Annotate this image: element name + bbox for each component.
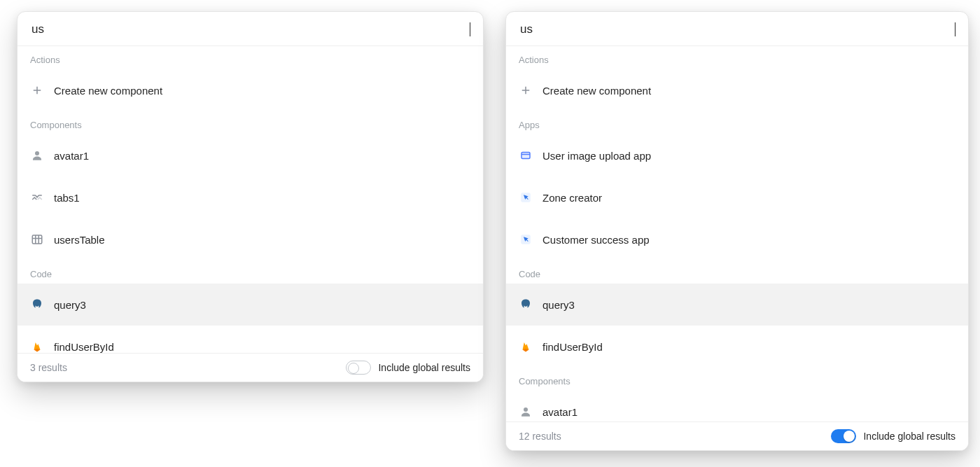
row-label: Create new component [542,85,651,97]
toggle-label: Include global results [378,362,470,373]
cursor-icon [519,190,533,204]
tabs-icon [30,190,44,204]
include-global-toggle[interactable]: Include global results [346,361,470,375]
cursor-icon [519,232,533,246]
command-palette-right: Actions Create new component Apps User i… [505,11,969,451]
section-head-actions: Actions [506,46,968,69]
code-query3[interactable]: query3 [18,284,483,326]
row-label: usersTable [54,234,105,246]
row-label: Zone creator [542,192,602,204]
plus-icon [30,83,44,97]
plus-icon [519,83,533,97]
search-bar [506,12,968,46]
avatar-icon [519,405,533,419]
code-findUserById[interactable]: findUserById [506,326,968,368]
results-count: 3 results [30,362,67,373]
search-input[interactable] [30,22,471,37]
text-caret [955,22,955,36]
postgres-icon [519,298,533,312]
action-create-component[interactable]: Create new component [18,69,483,111]
component-avatar1[interactable]: avatar1 [506,391,968,421]
table-icon [30,232,44,246]
app-user-image-upload[interactable]: User image upload app [506,134,968,176]
section-head-actions: Actions [18,46,483,69]
row-label: avatar1 [542,406,578,418]
include-global-toggle[interactable]: Include global results [831,429,955,443]
row-label: User image upload app [542,150,651,162]
code-query3[interactable]: query3 [506,284,968,326]
section-head-components: Components [506,368,968,391]
postgres-icon [30,298,44,312]
section-head-apps: Apps [506,111,968,134]
toggle-switch[interactable] [831,429,856,443]
row-label: query3 [54,299,86,311]
section-head-code: Code [18,260,483,284]
palette-footer: 12 results Include global results [506,421,968,450]
row-label: avatar1 [54,150,89,162]
command-palette-left: Actions Create new component Components … [17,11,484,382]
code-findUserById[interactable]: findUserById [18,326,483,353]
svg-rect-3 [32,235,42,244]
search-bar [18,12,483,46]
component-usersTable[interactable]: usersTable [18,218,483,260]
text-caret [470,22,470,36]
app-zone-creator[interactable]: Zone creator [506,176,968,218]
toggle-label: Include global results [863,431,955,442]
svg-point-13 [524,407,528,412]
avatar-icon [30,148,44,162]
app-customer-success[interactable]: Customer success app [506,218,968,260]
component-tabs1[interactable]: tabs1 [18,176,483,218]
svg-rect-9 [522,153,530,159]
search-input[interactable] [519,22,956,37]
section-head-components: Components [18,111,483,134]
section-head-code: Code [506,260,968,284]
row-label: findUserById [54,341,114,353]
fire-icon [30,340,44,353]
row-label: query3 [542,299,575,311]
row-label: tabs1 [54,192,80,204]
svg-point-2 [35,151,39,155]
row-label: Create new component [54,85,162,97]
component-avatar1[interactable]: avatar1 [18,134,483,176]
results-count: 12 results [519,431,561,442]
palette-footer: 3 results Include global results [18,353,483,382]
action-create-component[interactable]: Create new component [506,69,968,111]
fire-icon [519,340,533,354]
results-list: Actions Create new component Components … [18,46,483,353]
row-label: Customer success app [542,234,650,246]
row-label: findUserById [542,341,603,353]
app-icon [519,148,533,162]
toggle-switch[interactable] [346,361,371,375]
results-list: Actions Create new component Apps User i… [506,46,968,421]
